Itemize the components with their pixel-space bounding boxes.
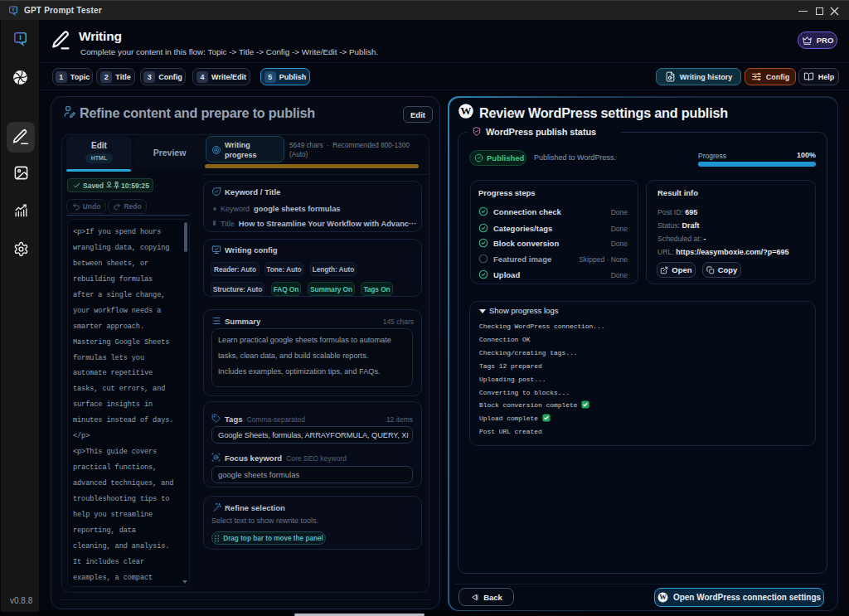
svg-text:W: W: [659, 593, 667, 601]
svg-text:W: W: [460, 104, 472, 117]
